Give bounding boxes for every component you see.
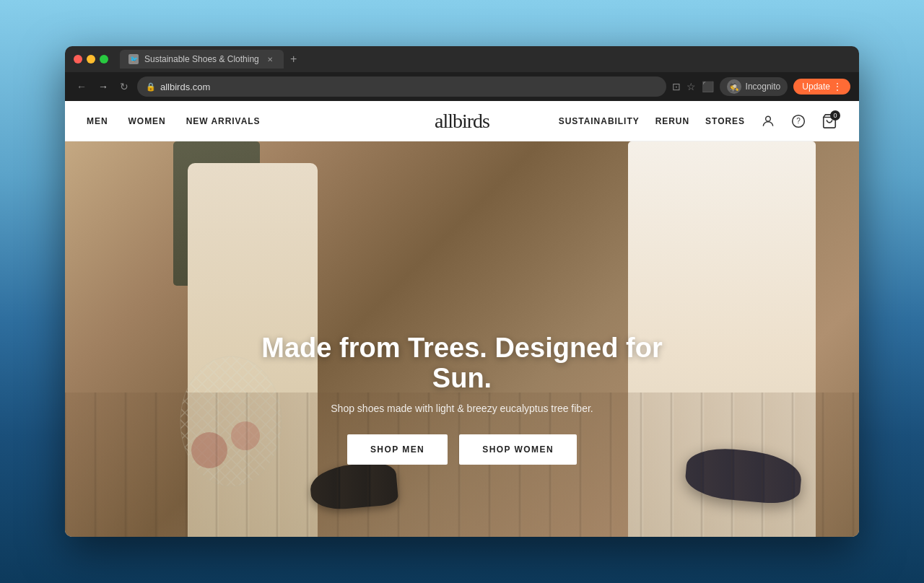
nav-item-women[interactable]: WOMEN <box>128 116 166 126</box>
address-bar: ← → ↻ 🔒 allbirds.com ⊡ ☆ ⬛ 🕵 Incognito U… <box>65 72 859 101</box>
account-icon[interactable] <box>761 114 775 128</box>
cart-icon-wrapper[interactable]: 0 <box>821 113 837 129</box>
incognito-icon: 🕵 <box>727 79 741 94</box>
back-button[interactable]: ← <box>74 78 90 95</box>
nav-right: SUSTAINABILITY RERUN STORES ? <box>559 113 837 129</box>
nav-item-rerun[interactable]: RERUN <box>655 116 689 126</box>
active-tab[interactable]: 🐦 Sustainable Shoes & Clothing ✕ <box>120 50 284 69</box>
incognito-label: Incognito <box>746 82 781 92</box>
address-actions: ⊡ ☆ ⬛ 🕵 Incognito Update ⋮ <box>672 77 850 96</box>
traffic-lights <box>74 55 108 63</box>
main-nav: MEN WOMEN NEW ARRIVALS allbirds SUSTAINA… <box>65 101 859 141</box>
incognito-badge: 🕵 Incognito <box>720 77 788 96</box>
shop-men-button[interactable]: SHOP MEN <box>347 434 448 465</box>
secure-icon: 🔒 <box>146 82 156 92</box>
cart-count: 0 <box>830 110 840 120</box>
extensions-icon[interactable]: ⬛ <box>702 81 714 92</box>
title-bar: 🐦 Sustainable Shoes & Clothing ✕ + <box>65 46 859 72</box>
website-content: MEN WOMEN NEW ARRIVALS allbirds SUSTAINA… <box>65 101 859 537</box>
hero-section: Made from Trees. Designed for Sun. Shop … <box>65 141 859 537</box>
update-button[interactable]: Update ⋮ <box>793 79 850 95</box>
update-chevron-icon: ⋮ <box>833 82 842 92</box>
tab-favicon: 🐦 <box>128 54 139 64</box>
bookmark-icon[interactable]: ☆ <box>687 81 696 92</box>
nav-item-stores[interactable]: STORES <box>705 116 745 126</box>
svg-text:?: ? <box>796 117 801 125</box>
nav-item-new-arrivals[interactable]: NEW ARRIVALS <box>186 116 261 126</box>
forward-button[interactable]: → <box>95 78 111 95</box>
tab-close-button[interactable]: ✕ <box>265 54 275 64</box>
shop-women-button[interactable]: SHOP WOMEN <box>459 434 577 465</box>
close-window-button[interactable] <box>74 55 82 63</box>
new-tab-button[interactable]: + <box>287 52 301 66</box>
browser-window: 🐦 Sustainable Shoes & Clothing ✕ + ← → ↻… <box>65 46 859 537</box>
nav-left: MEN WOMEN NEW ARRIVALS <box>87 116 261 126</box>
cast-icon[interactable]: ⊡ <box>672 81 681 92</box>
svg-point-0 <box>766 116 771 121</box>
hero-buttons: SHOP MEN SHOP WOMEN <box>245 434 679 465</box>
nav-item-sustainability[interactable]: SUSTAINABILITY <box>559 116 640 126</box>
allbirds-logo[interactable]: allbirds <box>435 110 489 133</box>
help-icon[interactable]: ? <box>791 114 806 128</box>
tab-bar: 🐦 Sustainable Shoes & Clothing ✕ + <box>120 50 850 69</box>
hero-title: Made from Trees. Designed for Sun. <box>245 333 679 394</box>
nav-item-men[interactable]: MEN <box>87 116 108 126</box>
url-bar[interactable]: 🔒 allbirds.com <box>137 76 666 97</box>
hero-content: Made from Trees. Designed for Sun. Shop … <box>245 333 679 465</box>
minimize-window-button[interactable] <box>87 55 95 63</box>
hero-subtitle: Shop shoes made with light & breezy euca… <box>245 403 679 414</box>
maximize-window-button[interactable] <box>100 55 108 63</box>
tab-title: Sustainable Shoes & Clothing <box>144 54 259 64</box>
url-text: allbirds.com <box>160 82 210 92</box>
refresh-button[interactable]: ↻ <box>117 78 131 95</box>
